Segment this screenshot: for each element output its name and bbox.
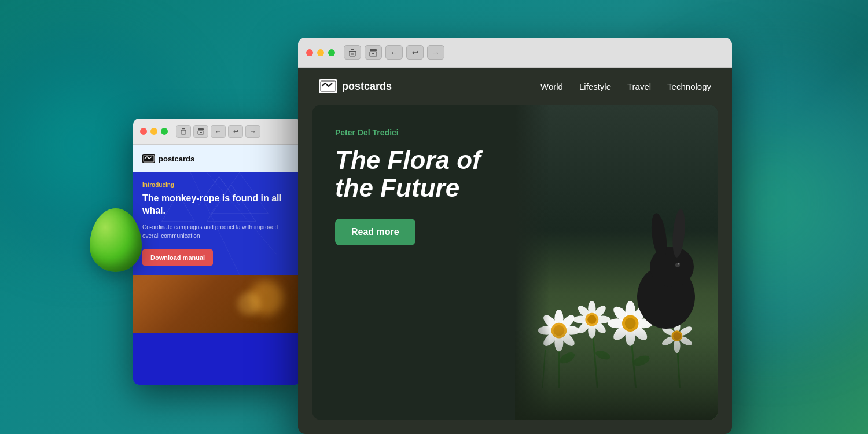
back-window-toolbar: ← ↩ →	[176, 125, 260, 138]
nav-link-travel[interactable]: Travel	[627, 82, 651, 91]
back-btn-front[interactable]: ←	[385, 45, 403, 60]
hero-author: Peter Del Tredici	[335, 128, 512, 137]
svg-rect-2	[181, 130, 186, 134]
svg-marker-9	[207, 185, 256, 222]
hero-container: Peter Del Tredici The Flora of the Futur…	[312, 105, 718, 420]
svg-line-11	[190, 172, 240, 275]
back-window: ← ↩ → postcards	[133, 119, 301, 385]
svg-rect-15	[351, 49, 354, 50]
nav-link-lifestyle[interactable]: Lifestyle	[579, 82, 611, 91]
traffic-light-green[interactable]	[161, 128, 168, 135]
forward-btn-front[interactable]: →	[427, 45, 444, 60]
nav-links: World Lifestyle Travel Technology	[540, 82, 711, 91]
front-tl-green[interactable]	[328, 49, 335, 56]
bottom-gradient	[515, 326, 718, 421]
svg-marker-10	[211, 172, 268, 214]
front-window-titlebar: ← ↩ →	[298, 38, 732, 68]
email-header-white: postcards	[133, 145, 301, 172]
postcards-logo-large: postcards	[319, 79, 392, 93]
back-window-titlebar: ← ↩ →	[133, 119, 301, 145]
svg-marker-8	[198, 176, 240, 205]
front-window-content: postcards World Lifestyle Travel Technol…	[298, 68, 732, 434]
forward-btn-back[interactable]: →	[245, 125, 260, 138]
svg-rect-3	[198, 128, 204, 130]
svg-rect-22	[372, 53, 374, 54]
front-window: ← ↩ → postcards World Lifestyle Travel T…	[298, 38, 732, 434]
rabbit-scene	[515, 105, 718, 420]
nav-link-technology[interactable]: Technology	[667, 82, 711, 91]
email-bottom-image	[133, 275, 301, 333]
hero-title-line2: the Future	[335, 174, 459, 202]
front-tl-red[interactable]	[306, 49, 313, 56]
hero-content: Peter Del Tredici The Flora of the Futur…	[312, 105, 535, 420]
back-all-btn-back[interactable]: ↩	[228, 125, 243, 138]
geo-pattern	[133, 172, 301, 275]
back-window-content: postcards Introducing The monkey-rope is…	[133, 145, 301, 385]
traffic-light-red[interactable]	[140, 128, 147, 135]
front-tl-yellow[interactable]	[317, 49, 324, 56]
hero-image	[515, 105, 718, 420]
read-more-btn[interactable]: Read more	[335, 219, 415, 245]
delete-btn-back[interactable]	[176, 125, 191, 138]
email-nav: postcards World Lifestyle Travel Technol…	[298, 68, 732, 105]
archive-btn-back[interactable]	[193, 125, 208, 138]
nav-link-world[interactable]: World	[540, 82, 563, 91]
front-window-toolbar: ← ↩ →	[344, 45, 444, 60]
back-all-btn-front[interactable]: ↩	[406, 45, 424, 60]
hero-title-line1: The Flora of	[335, 146, 481, 174]
hero-title: The Flora of the Future	[335, 146, 512, 203]
svg-point-30	[678, 263, 680, 265]
postcards-logo-small: postcards	[142, 154, 194, 163]
back-btn-back[interactable]: ←	[211, 125, 226, 138]
svg-rect-5	[200, 132, 202, 133]
traffic-light-yellow[interactable]	[150, 128, 157, 135]
svg-rect-20	[370, 49, 377, 52]
bokeh2	[237, 292, 260, 315]
delete-btn-front[interactable]	[344, 45, 361, 60]
rabbit-svg	[620, 204, 712, 332]
svg-marker-13	[162, 193, 195, 221]
archive-btn-front[interactable]	[365, 45, 382, 60]
svg-point-55	[587, 315, 596, 324]
postcards-logo-text-small: postcards	[159, 155, 194, 163]
postcards-logo-text-large: postcards	[342, 80, 392, 93]
email-body-blue: Introducing The monkey-rope is found in …	[133, 172, 301, 275]
svg-rect-1	[182, 128, 185, 129]
